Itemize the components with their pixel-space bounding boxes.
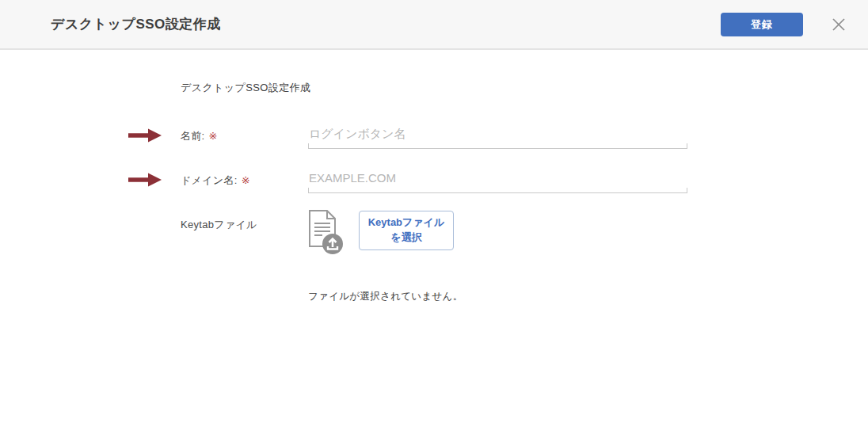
form-title: デスクトップSSO設定作成 <box>181 81 868 95</box>
form-area: デスクトップSSO設定作成 名前:※ ドメイン名:※ <box>0 81 868 303</box>
name-field-row: 名前:※ <box>181 122 868 149</box>
document-upload-icon <box>308 209 345 255</box>
domain-field-row: ドメイン名:※ <box>181 166 868 193</box>
domain-field-label: ドメイン名: <box>181 174 238 186</box>
domain-field-wrap <box>308 166 687 193</box>
file-status-text: ファイルが選択されていません。 <box>308 290 868 303</box>
required-mark: ※ <box>242 174 250 186</box>
name-field-label-wrap: 名前:※ <box>181 122 308 143</box>
keytab-field-row: Keytabファイル <box>181 211 868 255</box>
keytab-field-wrap: Keytabファイルを選択 <box>308 211 454 255</box>
name-input[interactable] <box>308 122 687 149</box>
domain-field-label-wrap: ドメイン名:※ <box>181 166 308 188</box>
keytab-field-label: Keytabファイル <box>181 211 308 232</box>
required-mark: ※ <box>209 130 218 142</box>
register-button[interactable]: 登録 <box>721 13 803 36</box>
keytab-select-button[interactable]: Keytabファイルを選択 <box>359 211 454 250</box>
domain-input[interactable] <box>308 166 687 193</box>
required-pointer-arrow-icon <box>127 172 162 188</box>
dialog-header: デスクトップSSO設定作成 登録 <box>0 0 868 50</box>
name-field-label: 名前: <box>181 130 205 142</box>
dialog-title: デスクトップSSO設定作成 <box>51 15 721 33</box>
close-button[interactable] <box>828 14 849 35</box>
name-field-wrap <box>308 122 687 149</box>
file-upload-dropzone[interactable] <box>308 209 345 255</box>
close-icon <box>830 16 847 33</box>
required-pointer-arrow-icon <box>127 128 162 143</box>
